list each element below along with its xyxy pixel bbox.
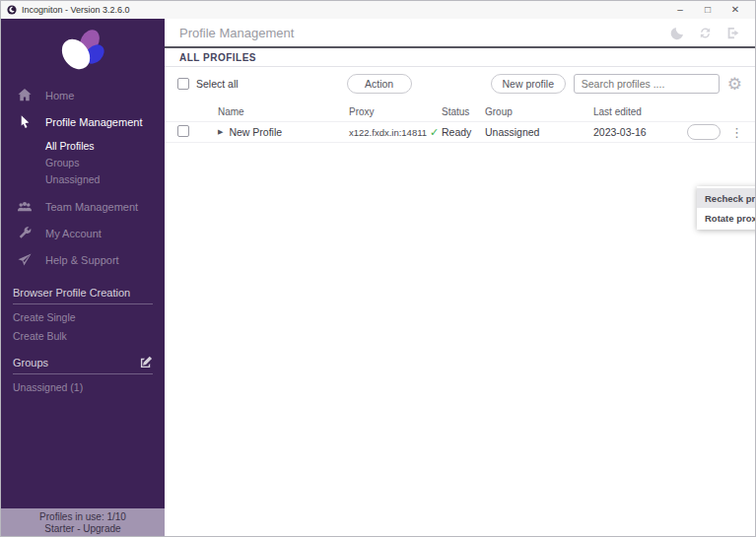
col-status[interactable]: Status xyxy=(434,106,477,117)
close-button[interactable]: ✕ xyxy=(722,1,749,19)
row-checkbox[interactable] xyxy=(177,125,189,137)
col-last-edited[interactable]: Last edited xyxy=(585,106,755,117)
section-title: Browser Profile Creation xyxy=(13,287,130,299)
select-all-label: Select all xyxy=(196,78,239,90)
app-window: Incogniton - Version 3.2.6.0 – □ ✕ Home … xyxy=(0,0,756,537)
sidebar-subitem-all-profiles[interactable]: All Profiles xyxy=(45,137,165,154)
sidebar: Home Profile Management All Profiles Gro… xyxy=(1,19,165,536)
new-profile-button[interactable]: New profile xyxy=(491,74,566,94)
home-icon xyxy=(17,88,33,102)
sidebar-item-label: Home xyxy=(45,90,74,101)
submenu-item-recheck-proxy[interactable]: Recheck proxy xyxy=(697,188,756,208)
page-title: Profile Management xyxy=(179,26,670,40)
profiles-in-use: Profiles in use: 1/10 xyxy=(1,511,165,523)
sidebar-item-label: My Account xyxy=(45,228,102,239)
col-proxy[interactable]: Proxy xyxy=(341,106,434,117)
sidebar-subitem-groups[interactable]: Groups xyxy=(45,154,165,170)
sidebar-subitem-unassigned[interactable]: Unassigned xyxy=(45,170,165,187)
col-group[interactable]: Group xyxy=(477,106,585,117)
proxy-submenu: Recheck proxy Rotate proxy with link xyxy=(697,186,756,230)
maximize-button[interactable]: □ xyxy=(694,1,722,19)
titlebar: Incogniton - Version 3.2.6.0 – □ ✕ xyxy=(1,1,755,19)
profile-last-edited: 2023-03-16 xyxy=(593,126,647,138)
dark-mode-icon[interactable] xyxy=(670,26,685,40)
groups-section: Groups Unassigned (1) xyxy=(13,356,153,393)
col-name[interactable]: Name xyxy=(210,106,341,117)
profile-name: New Profile xyxy=(229,126,282,138)
edit-groups-icon[interactable] xyxy=(140,356,153,369)
profiles-toolbar: Select all Action New profile ⚙ xyxy=(165,72,755,96)
proxy-address: x122.fxdx.in:14811 xyxy=(349,127,427,138)
main-area: Profile Management ALL PROFILES Select a… xyxy=(165,19,755,536)
wrench-icon xyxy=(17,226,33,240)
sidebar-item-help-support[interactable]: Help & Support xyxy=(1,246,165,273)
cursor-icon xyxy=(17,114,33,129)
sidebar-item-my-account[interactable]: My Account xyxy=(1,220,165,246)
profile-management-sublist: All Profiles Groups Unassigned xyxy=(1,135,165,193)
profile-group: Unassigned xyxy=(477,126,585,138)
sidebar-item-home[interactable]: Home xyxy=(1,82,165,108)
browser-profile-creation-section: Browser Profile Creation Create Single C… xyxy=(13,287,153,342)
submenu-item-rotate-proxy[interactable]: Rotate proxy with link xyxy=(697,208,756,228)
sidebar-item-label: Help & Support xyxy=(45,254,119,266)
sidebar-item-profile-management[interactable]: Profile Management xyxy=(1,108,165,135)
profiles-table-header: Name Proxy Status Group Last edited xyxy=(165,101,755,121)
sidebar-item-create-single[interactable]: Create Single xyxy=(13,304,153,323)
main-header: Profile Management xyxy=(165,19,755,48)
sidebar-item-label: Profile Management xyxy=(45,116,142,128)
expand-row-icon[interactable]: ▶ xyxy=(218,128,223,136)
sidebar-item-group-unassigned[interactable]: Unassigned (1) xyxy=(13,374,153,393)
tab-bar: ALL PROFILES xyxy=(165,48,755,67)
section-title: Groups xyxy=(13,357,48,369)
row-kebab-menu-icon[interactable]: ⋮ xyxy=(730,126,743,139)
team-icon xyxy=(17,199,33,214)
refresh-icon[interactable] xyxy=(698,26,713,40)
select-all-checkbox[interactable] xyxy=(177,78,189,90)
sidebar-item-create-bulk[interactable]: Create Bulk xyxy=(13,323,153,342)
incogniton-logo xyxy=(1,19,165,82)
start-button[interactable] xyxy=(687,124,721,140)
incogniton-app-icon xyxy=(7,5,17,15)
plan-usage-footer[interactable]: Profiles in use: 1/10 Starter - Upgrade xyxy=(1,508,165,536)
profile-status: Ready xyxy=(434,126,477,138)
search-profiles-input[interactable] xyxy=(574,74,720,94)
sidebar-item-label: Team Management xyxy=(45,201,138,213)
sidebar-item-team-management[interactable]: Team Management xyxy=(1,193,165,220)
tab-all-profiles[interactable]: ALL PROFILES xyxy=(179,52,256,63)
incogniton-logo-icon xyxy=(54,27,111,78)
plan-upgrade[interactable]: Starter - Upgrade xyxy=(1,523,165,535)
settings-gear-icon[interactable]: ⚙ xyxy=(727,76,742,93)
logout-icon[interactable] xyxy=(725,26,740,40)
send-icon xyxy=(17,252,33,267)
window-title: Incogniton - Version 3.2.6.0 xyxy=(22,5,130,15)
table-row[interactable]: ▶ New Profile x122.fxdx.in:14811✓ Ready … xyxy=(165,121,755,143)
action-button[interactable]: Action xyxy=(347,74,412,94)
minimize-button[interactable]: – xyxy=(666,1,694,19)
